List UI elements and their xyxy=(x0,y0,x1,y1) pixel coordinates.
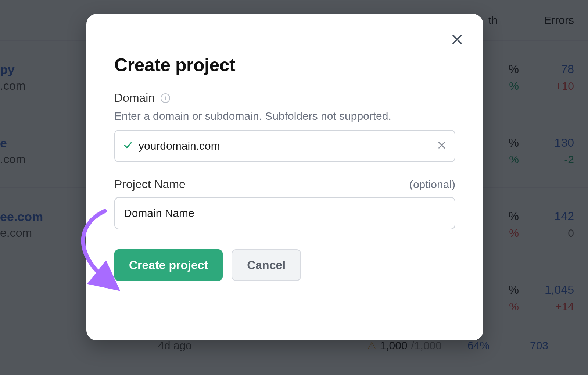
close-icon xyxy=(450,32,464,46)
dialog-actions: Create project Cancel xyxy=(114,249,455,281)
create-project-button[interactable]: Create project xyxy=(114,249,223,281)
project-name-field-wrapper xyxy=(114,197,455,229)
info-icon[interactable]: i xyxy=(161,93,170,103)
optional-tag: (optional) xyxy=(409,178,455,191)
clear-domain-button[interactable] xyxy=(437,140,447,151)
close-button[interactable] xyxy=(448,30,466,49)
project-name-label: Project Name xyxy=(114,178,186,191)
domain-input[interactable] xyxy=(139,140,431,152)
dialog-title: Create project xyxy=(114,54,455,76)
close-icon xyxy=(437,140,447,150)
project-name-input[interactable] xyxy=(124,207,446,219)
domain-field-wrapper xyxy=(114,130,455,162)
domain-label-row: Domain i xyxy=(114,91,455,105)
valid-check-icon xyxy=(123,140,133,151)
create-project-dialog: Create project Domain i Enter a domain o… xyxy=(86,14,483,340)
domain-hint: Enter a domain or subdomain. Subfolders … xyxy=(114,110,455,122)
cancel-button[interactable]: Cancel xyxy=(232,249,301,281)
project-name-label-row: Project Name (optional) xyxy=(114,178,455,191)
domain-label: Domain xyxy=(114,91,155,105)
